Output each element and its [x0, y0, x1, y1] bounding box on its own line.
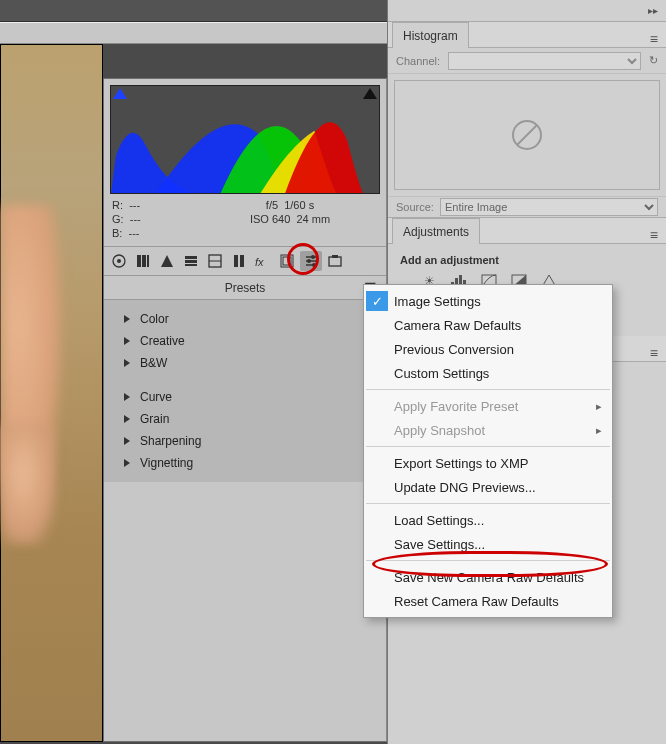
- menu-separator: [366, 389, 610, 390]
- menu-item-custom-settings[interactable]: Custom Settings: [364, 361, 612, 385]
- menu-label: Apply Favorite Preset: [394, 399, 518, 414]
- detail-icon[interactable]: [156, 251, 178, 271]
- svg-rect-4: [142, 255, 146, 267]
- channel-row: Channel: ↻: [388, 48, 666, 74]
- panel-menu-icon[interactable]: ≡: [650, 345, 658, 361]
- hsl-icon[interactable]: [180, 251, 202, 271]
- menu-item-reset-defaults[interactable]: Reset Camera Raw Defaults: [364, 589, 612, 613]
- refresh-icon[interactable]: ↻: [649, 54, 658, 67]
- caret-right-icon: [124, 393, 130, 401]
- caret-right-icon: [124, 359, 130, 367]
- panel-menu-icon[interactable]: ≡: [650, 31, 658, 47]
- image-preview: [0, 44, 103, 742]
- presets-list[interactable]: Color Creative B&W Curve Grain Sharpenin…: [104, 300, 386, 482]
- preset-group[interactable]: Grain: [104, 408, 386, 430]
- svg-text:fx: fx: [255, 256, 264, 268]
- focal-value: 24 mm: [296, 213, 330, 225]
- basic-icon[interactable]: [108, 251, 130, 271]
- tab-adjustments[interactable]: Adjustments: [392, 218, 480, 244]
- svg-point-21: [312, 263, 316, 267]
- preset-group-label: Vignetting: [140, 456, 193, 470]
- menu-item-export-xmp[interactable]: Export Settings to XMP: [364, 451, 612, 475]
- menu-separator: [366, 503, 610, 504]
- preset-group[interactable]: B&W: [104, 352, 386, 374]
- window-chrome-dark: [0, 0, 387, 22]
- histogram-display[interactable]: [110, 85, 380, 194]
- svg-rect-5: [147, 255, 149, 267]
- adjustments-tabrow: Adjustments ≡: [388, 218, 666, 244]
- preset-group[interactable]: Curve: [104, 386, 386, 408]
- presets-header: Presets ☰: [104, 276, 386, 300]
- histogram-tabrow: Histogram ≡: [388, 22, 666, 48]
- channel-select[interactable]: [448, 52, 641, 70]
- camera-raw-panel: R: --- G: --- B: --- f/5 1/60 s ISO 640 …: [103, 78, 387, 742]
- shutter-value: 1/60 s: [284, 199, 314, 211]
- panel-menu-icon[interactable]: ≡: [650, 227, 658, 243]
- source-select[interactable]: Entire Image: [440, 198, 658, 216]
- menu-label: Load Settings...: [394, 513, 484, 528]
- menu-item-apply-favorite-preset[interactable]: Apply Favorite Preset▸: [364, 394, 612, 418]
- source-row: Source: Entire Image: [388, 196, 666, 218]
- caret-right-icon: [124, 437, 130, 445]
- preset-group-label: Creative: [140, 334, 185, 348]
- preset-group-label: Curve: [140, 390, 172, 404]
- tab-histogram[interactable]: Histogram: [392, 22, 469, 48]
- menu-item-apply-snapshot[interactable]: Apply Snapshot▸: [364, 418, 612, 442]
- preset-group-label: Sharpening: [140, 434, 201, 448]
- caret-right-icon: [124, 315, 130, 323]
- menu-label: Apply Snapshot: [394, 423, 485, 438]
- split-tone-icon[interactable]: [204, 251, 226, 271]
- channel-label: Channel:: [396, 55, 440, 67]
- calibrate-icon[interactable]: [276, 251, 298, 271]
- menu-item-previous-conversion[interactable]: Previous Conversion: [364, 337, 612, 361]
- source-label: Source:: [396, 201, 434, 213]
- menu-separator: [366, 560, 610, 561]
- menu-item-image-settings[interactable]: ✓ Image Settings: [364, 289, 612, 313]
- menu-label: Export Settings to XMP: [394, 456, 528, 471]
- caret-right-icon: [124, 337, 130, 345]
- menu-label: Save Settings...: [394, 537, 485, 552]
- adjustments-title: Add an adjustment: [400, 254, 656, 266]
- menu-item-load-settings[interactable]: Load Settings...: [364, 508, 612, 532]
- caret-right-icon: [124, 459, 130, 467]
- lens-icon[interactable]: [228, 251, 250, 271]
- g-value: ---: [130, 213, 141, 225]
- fx-icon[interactable]: fx: [252, 251, 274, 271]
- svg-rect-22: [329, 257, 341, 266]
- tone-curve-icon[interactable]: [132, 251, 154, 271]
- histogram-empty: [394, 80, 660, 190]
- presets-context-menu: ✓ Image Settings Camera Raw Defaults Pre…: [363, 284, 613, 618]
- histogram-curves: [111, 86, 379, 194]
- menu-item-save-new-defaults[interactable]: Save New Camera Raw Defaults: [364, 565, 612, 589]
- presets-title: Presets: [225, 281, 266, 295]
- preset-group-label: B&W: [140, 356, 167, 370]
- snapshots-icon[interactable]: [324, 251, 346, 271]
- panel-collapse-bar[interactable]: ▸▸: [388, 0, 666, 22]
- menu-separator: [366, 446, 610, 447]
- svg-point-2: [117, 259, 121, 263]
- preset-group[interactable]: Creative: [104, 330, 386, 352]
- svg-rect-8: [185, 264, 197, 266]
- menu-item-save-settings[interactable]: Save Settings...: [364, 532, 612, 556]
- b-label: B:: [112, 227, 122, 239]
- menu-item-camera-raw-defaults[interactable]: Camera Raw Defaults: [364, 313, 612, 337]
- preset-group-label: Grain: [140, 412, 169, 426]
- svg-rect-15: [283, 257, 291, 265]
- svg-rect-23: [332, 255, 338, 258]
- check-icon: ✓: [366, 291, 388, 311]
- adjustment-tabstrip: fx: [104, 247, 386, 276]
- svg-rect-7: [185, 260, 197, 263]
- r-label: R:: [112, 199, 123, 211]
- svg-rect-6: [185, 256, 197, 259]
- preset-group[interactable]: Sharpening: [104, 430, 386, 452]
- svg-rect-12: [240, 255, 244, 267]
- g-label: G:: [112, 213, 124, 225]
- svg-rect-11: [234, 255, 238, 267]
- menu-item-update-dng[interactable]: Update DNG Previews...: [364, 475, 612, 499]
- submenu-arrow-icon: ▸: [596, 424, 602, 437]
- presets-icon[interactable]: [300, 251, 322, 271]
- preset-group[interactable]: Vignetting: [104, 452, 386, 474]
- exif-readout: R: --- G: --- B: --- f/5 1/60 s ISO 640 …: [104, 194, 386, 247]
- preset-group[interactable]: Color: [104, 308, 386, 330]
- r-value: ---: [129, 199, 140, 211]
